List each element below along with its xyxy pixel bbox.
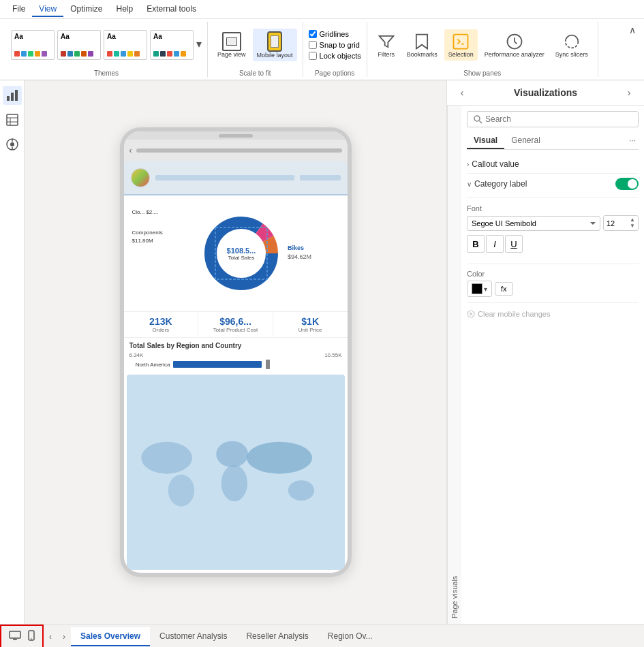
gridlines-checkbox[interactable]: Gridlines (309, 30, 361, 38)
theme-swatch-2[interactable]: Aa (57, 30, 101, 60)
page-tab-sales-overview[interactable]: Sales Overview (71, 627, 150, 646)
category-label-section[interactable]: ∨ Category label (467, 174, 639, 194)
mobile-layout-label: Mobile layout (257, 52, 293, 59)
table-icon (6, 114, 18, 126)
ribbon-collapse-btn[interactable]: ∧ (626, 22, 639, 77)
search-icon (473, 114, 482, 124)
page-nav-prev[interactable]: ‹ (44, 627, 57, 646)
clear-mobile-label: Clear mobile changes (478, 310, 550, 318)
panel-title: Visualizations (514, 87, 577, 98)
mobile-layout-button[interactable]: Mobile layout (253, 29, 297, 61)
menu-help[interactable]: Help (109, 2, 140, 17)
svg-line-25 (480, 121, 482, 124)
menu-external-tools[interactable]: External tools (140, 2, 203, 17)
callout-value-label: Callout value (472, 159, 519, 169)
left-sidebar (0, 80, 25, 624)
desktop-view-btn[interactable] (7, 629, 23, 644)
sync-slicers-label: Sync slicers (555, 51, 588, 58)
font-size-down[interactable]: ▼ (630, 223, 635, 229)
svg-point-18 (216, 441, 248, 467)
page-nav-next[interactable]: › (57, 627, 71, 646)
tab-more-btn[interactable]: ··· (626, 133, 639, 149)
bookmarks-label: Bookmarks (407, 51, 438, 58)
donut-left-label-2: Components (132, 230, 163, 236)
page-view-button[interactable]: Page view (213, 29, 250, 61)
selection-button[interactable]: Selection (444, 29, 478, 61)
sidebar-icon-format[interactable] (3, 135, 22, 154)
tab-visual[interactable]: Visual (467, 133, 504, 149)
donut-subtitle: Total Sales (227, 255, 256, 261)
bookmarks-button[interactable]: Bookmarks (403, 29, 442, 61)
panel-content: Visual General ··· › Callout value ∨ Cat… (461, 106, 644, 624)
color-swatch-button[interactable]: ▾ (467, 281, 492, 297)
bar-scale: 6.34K 10.55K (129, 352, 342, 358)
legend-item-bikes: Bikes (288, 244, 311, 251)
font-size-value: 12 (607, 219, 615, 227)
selection-label: Selection (448, 51, 474, 58)
svg-point-10 (10, 142, 14, 146)
page-tab-customer-analysis[interactable]: Customer Analysis (150, 627, 236, 646)
phone-report-header (124, 161, 348, 195)
category-toggle[interactable] (615, 178, 639, 190)
filters-button[interactable]: Filters (373, 29, 400, 61)
svg-rect-2 (7, 96, 10, 101)
page-tab-reseller-analysis[interactable]: Reseller Analysis (236, 627, 318, 646)
stat-orders: 213K Orders (124, 312, 199, 337)
phone-bar-section: Total Sales by Region and Country 6.34K … (124, 338, 348, 375)
right-panel: ‹ Visualizations › Page visuals (446, 80, 644, 624)
panel-prev-btn[interactable]: ‹ (455, 86, 469, 99)
color-label: Color (467, 270, 639, 278)
clear-mobile-btn[interactable]: Clear mobile changes (467, 306, 550, 322)
phone-stats-row: 213K Orders $96,6... Total Product Cost … (124, 311, 348, 338)
color-section: Color ▾ fx (467, 267, 639, 300)
performance-icon (505, 32, 524, 51)
svg-point-23 (288, 480, 313, 501)
performance-analyzer-button[interactable]: Performance analyzer (480, 29, 549, 61)
italic-button[interactable]: I (486, 235, 504, 253)
bar-label-north-america: North America (129, 362, 170, 368)
category-toggle-switch[interactable] (615, 178, 639, 190)
themes-label: Themes (94, 68, 119, 77)
callout-value-section[interactable]: › Callout value (467, 155, 639, 174)
menu-view[interactable]: View (32, 2, 63, 17)
checkbox-items: Gridlines Snap to grid Lock objects (309, 22, 361, 68)
ribbon-checkboxes-group: Gridlines Snap to grid Lock objects Page… (303, 22, 367, 77)
font-size-spinners[interactable]: ▲ ▼ (630, 217, 635, 229)
search-box[interactable] (467, 111, 639, 127)
fx-button[interactable]: fx (495, 282, 513, 296)
mobile-view-btn[interactable] (26, 628, 37, 645)
stat-unit-price-value: $1K (275, 316, 346, 327)
panel-nav-more: › (622, 86, 636, 99)
desktop-icon (9, 631, 21, 640)
font-size-field[interactable]: 12 ▲ ▼ (603, 215, 639, 231)
font-family-select[interactable]: Segoe UI Semibold (467, 216, 600, 231)
sidebar-icon-table[interactable] (3, 110, 22, 129)
tab-general[interactable]: General (504, 133, 547, 149)
underline-button[interactable]: U (505, 235, 523, 253)
sync-slicers-button[interactable]: Sync slicers (551, 29, 592, 61)
filter-icon (377, 32, 396, 51)
menu-file[interactable]: File (5, 2, 32, 17)
panel-expand-btn[interactable]: › (622, 86, 636, 99)
snap-to-grid-checkbox[interactable]: Snap to grid (309, 41, 361, 49)
chart-icon (6, 89, 18, 101)
panel-header: ‹ Visualizations › (447, 80, 644, 106)
bar-scrollbar (266, 360, 270, 369)
theme-swatch-3[interactable]: Aa (104, 30, 147, 60)
lock-objects-checkbox[interactable]: Lock objects (309, 52, 361, 60)
theme-swatch-1[interactable]: Aa (11, 30, 55, 60)
selection-icon (451, 32, 470, 51)
page-tabs: ‹ › Sales Overview Customer Analysis Res… (0, 624, 644, 647)
theme-dropdown-btn[interactable]: ▾ (196, 37, 202, 53)
font-size-up[interactable]: ▲ (630, 217, 635, 223)
theme-swatch-4[interactable]: Aa (150, 30, 194, 60)
page-tab-region-overview[interactable]: Region Ov... (318, 627, 382, 646)
menu-optimize[interactable]: Optimize (63, 2, 109, 17)
main-area: ‹ Clo... $2.... Components $11.80M (0, 80, 644, 624)
sidebar-icon-chart[interactable] (3, 86, 22, 105)
phone-header: ‹ (124, 140, 348, 161)
toggle-knob (628, 179, 637, 189)
bold-button[interactable]: B (467, 235, 485, 253)
search-input[interactable] (485, 114, 632, 124)
phone-mockup: ‹ Clo... $2.... Components $11.80M (120, 127, 352, 577)
